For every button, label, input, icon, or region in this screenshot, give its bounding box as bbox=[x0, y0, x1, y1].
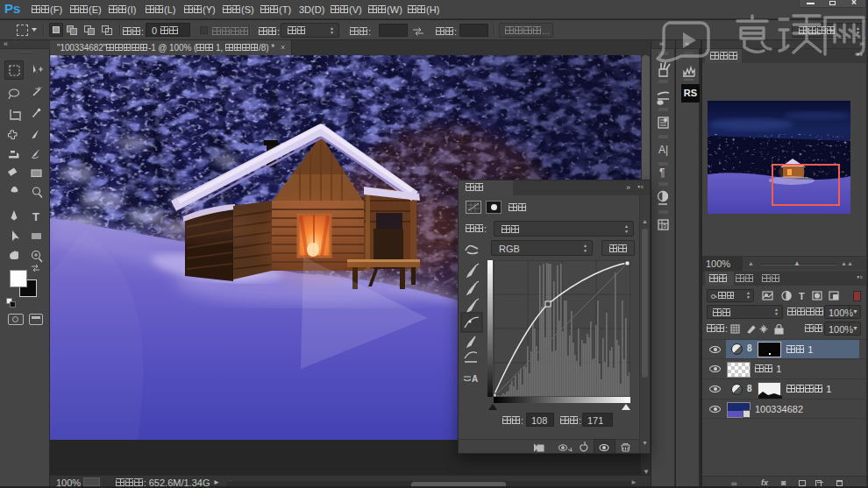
svg-text:5: 5 bbox=[664, 223, 667, 229]
svg-text:T: T bbox=[32, 210, 39, 223]
svg-text:A|: A| bbox=[658, 144, 668, 156]
svg-text:T: T bbox=[799, 291, 805, 301]
svg-text:A: A bbox=[472, 374, 478, 384]
svg-text:¶: ¶ bbox=[659, 166, 665, 179]
